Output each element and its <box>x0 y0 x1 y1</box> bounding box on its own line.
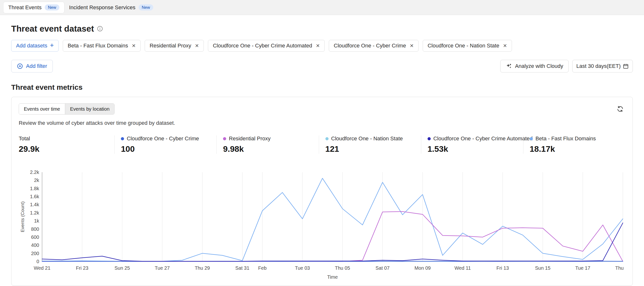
new-badge: New <box>45 4 59 10</box>
dataset-chips-row: Add datasets + Beta - Fast Flux Domains … <box>11 40 633 52</box>
svg-text:Fri 23: Fri 23 <box>76 265 88 271</box>
stat-label: Cloudforce One - Cyber Crime <box>127 136 199 142</box>
close-icon[interactable]: ✕ <box>410 43 414 48</box>
tab-label: Threat Events <box>8 4 42 11</box>
svg-text:Sat 31: Sat 31 <box>236 265 250 271</box>
section-title: Threat event metrics <box>11 83 633 92</box>
svg-text:Thu 05: Thu 05 <box>335 265 350 271</box>
top-tab-bar: Threat Events New Incident Response Serv… <box>0 0 644 15</box>
svg-text:Sat 07: Sat 07 <box>376 265 390 271</box>
stat-label: Cloudforce One - Nation State <box>331 136 403 142</box>
stat-value: 18.17k <box>530 144 621 154</box>
analyze-label: Analyze with Cloudy <box>515 63 563 69</box>
dataset-chip-label: Residential Proxy <box>150 42 191 49</box>
stat-value: 9.98k <box>223 144 314 154</box>
add-filter-button[interactable]: Add filter <box>11 60 53 72</box>
analyze-with-cloudy-button[interactable]: Analyze with Cloudy <box>500 60 568 72</box>
stat-value: 1.53k <box>428 144 519 154</box>
legend-dot <box>223 137 226 140</box>
stat-value: 121 <box>326 144 416 154</box>
new-badge: New <box>139 4 153 10</box>
svg-text:Sun 25: Sun 25 <box>114 265 130 271</box>
dataset-chip-label: Beta - Fast Flux Domains <box>68 42 128 49</box>
dataset-chip-label: Cloudforce One - Nation State <box>428 42 499 49</box>
svg-text:Wed 21: Wed 21 <box>34 265 50 271</box>
svg-text:1.6k: 1.6k <box>30 194 40 199</box>
tab-incident-response-services[interactable]: Incident Response Services New <box>64 2 158 13</box>
legend-dot <box>326 137 328 140</box>
svg-text:200: 200 <box>31 251 39 256</box>
dataset-chip[interactable]: Residential Proxy ✕ <box>145 40 204 52</box>
svg-text:Thu 19: Thu 19 <box>615 265 625 271</box>
svg-text:1k: 1k <box>34 218 40 224</box>
chart-description: Review the volume of cyber attacks over … <box>19 120 625 126</box>
refresh-button[interactable] <box>615 104 625 114</box>
tab-threat-events[interactable]: Threat Events New <box>4 2 64 13</box>
info-icon[interactable] <box>97 26 103 32</box>
date-range-label: Last 30 days <box>576 63 607 69</box>
close-icon[interactable]: ✕ <box>503 43 507 48</box>
close-icon[interactable]: ✕ <box>195 43 199 48</box>
svg-text:Tue 03: Tue 03 <box>295 265 310 271</box>
svg-text:Tue 17: Tue 17 <box>576 265 590 271</box>
card-header: Events over time Events by location <box>19 103 625 114</box>
svg-text:800: 800 <box>31 226 39 232</box>
stat-label: Beta - Fast Flux Domains <box>536 136 596 142</box>
svg-text:Events (Count): Events (Count) <box>20 201 25 232</box>
svg-text:Thu 29: Thu 29 <box>195 265 210 271</box>
dataset-chip[interactable]: Cloudforce One - Cyber Crime Automated ✕ <box>208 40 325 52</box>
chart-view-tabs: Events over time Events by location <box>19 103 114 114</box>
metrics-card: Events over time Events by location Revi… <box>11 97 633 286</box>
svg-text:Fri 13: Fri 13 <box>496 265 509 271</box>
filter-row: Add filter Analyze with Cloudy Last 30 d… <box>11 60 633 72</box>
close-icon[interactable]: ✕ <box>316 43 320 48</box>
add-datasets-button[interactable]: Add datasets + <box>11 40 58 52</box>
svg-text:Feb: Feb <box>258 265 266 271</box>
plus-icon: + <box>50 42 54 49</box>
stat-cyber-crime: Cloudforce One - Cyber Crime 100 <box>114 136 216 154</box>
refresh-icon <box>617 106 624 112</box>
svg-text:400: 400 <box>31 242 39 248</box>
plus-circle-icon <box>17 63 23 69</box>
add-datasets-label: Add datasets <box>16 42 47 49</box>
legend-dot <box>428 137 431 140</box>
stats-row: Total 29.9k Cloudforce One - Cyber Crime… <box>19 136 625 154</box>
svg-text:2.2k: 2.2k <box>30 170 40 175</box>
legend-dot <box>121 137 124 140</box>
date-range-picker[interactable]: Last 30 days (EET) <box>572 60 633 72</box>
svg-text:Mon 09: Mon 09 <box>414 265 431 271</box>
page-title: Threat event dataset <box>11 24 94 34</box>
close-icon[interactable]: ✕ <box>132 43 136 48</box>
calendar-icon <box>623 63 629 69</box>
dataset-chip[interactable]: Cloudforce One - Nation State ✕ <box>423 40 512 52</box>
tab-events-over-time[interactable]: Events over time <box>19 104 65 114</box>
svg-text:Tue 27: Tue 27 <box>155 265 170 271</box>
svg-text:Wed 11: Wed 11 <box>454 265 471 271</box>
dataset-chip-label: Cloudforce One - Cyber Crime <box>334 42 406 49</box>
dataset-chip[interactable]: Cloudforce One - Cyber Crime ✕ <box>329 40 418 52</box>
svg-text:1.8k: 1.8k <box>30 186 40 191</box>
svg-text:Time: Time <box>327 274 338 280</box>
main-content: Threat event dataset Add datasets + Beta… <box>0 24 644 286</box>
stat-cyber-crime-automated: Cloudforce One - Cyber Crime Automated 1… <box>421 136 523 154</box>
stat-fast-flux-domains: Beta - Fast Flux Domains 18.17k <box>523 136 625 154</box>
tab-events-by-location[interactable]: Events by location <box>65 104 114 114</box>
svg-text:600: 600 <box>31 234 39 240</box>
events-over-time-chart: 02004006008001k1.2k1.4k1.6k1.8k2k2.2kWed… <box>19 162 625 281</box>
svg-text:2k: 2k <box>34 178 40 183</box>
timezone-group: (EET) <box>607 63 629 69</box>
stat-label: Total <box>19 136 30 142</box>
legend-dot <box>530 137 533 140</box>
chart-container: 02004006008001k1.2k1.4k1.6k1.8k2k2.2kWed… <box>19 162 625 282</box>
dataset-chip-label: Cloudforce One - Cyber Crime Automated <box>213 42 312 49</box>
svg-text:1.4k: 1.4k <box>30 202 40 207</box>
dataset-chip[interactable]: Beta - Fast Flux Domains ✕ <box>63 40 140 52</box>
svg-text:1.2k: 1.2k <box>30 210 40 216</box>
stat-value: 29.9k <box>19 144 110 154</box>
tab-label: Incident Response Services <box>69 4 136 11</box>
sparkles-icon <box>506 63 512 69</box>
add-filter-label: Add filter <box>26 63 47 69</box>
stat-total: Total 29.9k <box>19 136 114 154</box>
timezone-label: (EET) <box>607 63 621 69</box>
stat-value: 100 <box>121 144 212 154</box>
